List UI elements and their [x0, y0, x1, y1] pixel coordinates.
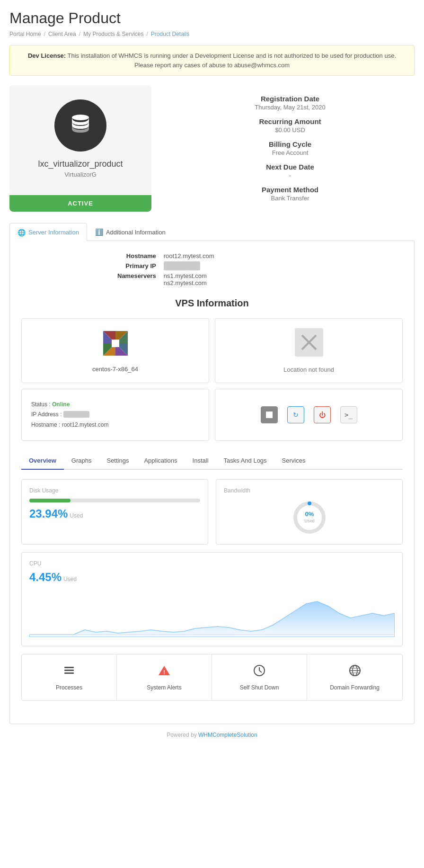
disk-used-label: Used [70, 512, 83, 519]
svg-rect-19 [64, 670, 74, 671]
sub-tab-overview[interactable]: Overview [21, 452, 64, 470]
registration-row: Registration Date Thursday, May 21st, 20… [166, 95, 415, 111]
product-icon-area: lxc_virtualizor_product VirtualizorG [9, 85, 151, 188]
product-subtitle: VirtualizorG [19, 171, 142, 178]
vps-controls-card[interactable]: ↻ ⏻ >_ [215, 389, 403, 441]
svg-point-13 [295, 503, 324, 532]
registration-label: Registration Date [166, 95, 415, 103]
globe-tab-icon: 🌐 [18, 229, 26, 236]
cpu-percent: 4.45% [29, 571, 62, 583]
usage-row: Disk Usage 23.94% Used Bandwidth 0% [21, 479, 403, 545]
svg-text:0%: 0% [305, 510, 314, 518]
power-button[interactable]: ⏻ [314, 406, 331, 423]
tab-additional-information[interactable]: ℹ️ Additional Information [87, 223, 174, 241]
vps-status-card: Status : Online IP Address : ████ Hostna… [21, 389, 209, 441]
svg-point-0 [72, 115, 89, 120]
domain-forwarding-label: Domain Forwarding [330, 684, 380, 691]
status-line: Status : Online [31, 400, 70, 410]
registration-value: Thursday, May 21st, 2020 [166, 104, 415, 111]
system-alerts-action[interactable]: ! System Alerts [117, 654, 212, 700]
nameservers-label: Nameservers [117, 272, 156, 286]
restart-button[interactable]: ↻ [287, 406, 304, 423]
tab-server-information[interactable]: 🌐 Server Information [9, 223, 87, 241]
due-value: - [166, 172, 415, 179]
server-info-grid: Hostname root12.mytest.com Primary IP ██… [117, 252, 307, 286]
cpu-chart [29, 590, 395, 637]
database-icon [69, 112, 92, 140]
sub-tab-tasks-logs[interactable]: Tasks And Logs [216, 452, 274, 470]
globe-action-icon [348, 664, 362, 680]
recurring-label: Recurring Amount [166, 117, 415, 125]
cpu-chart-container [29, 590, 395, 638]
svg-rect-18 [64, 672, 74, 674]
disk-percent-row: 23.94% Used [29, 507, 200, 520]
bottom-actions: Processes ! System Alerts [21, 654, 403, 701]
breadcrumb-client-area[interactable]: Client Area [48, 31, 76, 37]
product-section: lxc_virtualizor_product VirtualizorG ACT… [9, 85, 415, 212]
status-online-value: Online [52, 401, 70, 408]
disk-usage-card: Disk Usage 23.94% Used [21, 479, 208, 545]
hostname-value: root12.mytest.com [164, 252, 307, 260]
warning-message: This installation of WHMCS is running un… [68, 52, 396, 69]
product-icon-circle [54, 99, 106, 152]
sub-tab-applications[interactable]: Applications [136, 452, 185, 470]
breadcrumb-product-details: Product Details [151, 31, 189, 37]
due-label: Next Due Date [166, 163, 415, 171]
hostname-line: Hostname : root12.mytest.com [31, 420, 108, 430]
breadcrumb-my-products[interactable]: My Products & Services [83, 31, 143, 37]
cpu-label: CPU [29, 560, 395, 567]
processes-label: Processes [56, 684, 82, 691]
processes-action[interactable]: Processes [22, 654, 117, 700]
breadcrumb: Portal Home / Client Area / My Products … [9, 31, 415, 37]
primary-ip-value: ████ [164, 262, 307, 269]
breadcrumb-portal-home[interactable]: Portal Home [9, 31, 41, 37]
product-name: lxc_virtualizor_product [19, 159, 142, 169]
svg-text:Used: Used [304, 519, 314, 523]
sub-tab-graphs[interactable]: Graphs [64, 452, 99, 470]
stop-button[interactable] [261, 406, 278, 423]
terminal-icon: >_ [344, 411, 353, 419]
bandwidth-label: Bandwidth [224, 487, 395, 494]
vps-top-grid: centos-7-x86_64 Location not found [21, 318, 403, 383]
svg-line-25 [259, 671, 262, 672]
clock-icon [253, 664, 266, 680]
billing-row: Billing Cycle Free Account [166, 140, 415, 156]
ip-blurred: ████ [63, 411, 89, 418]
due-row: Next Due Date - [166, 163, 415, 179]
disk-label: Disk Usage [29, 487, 200, 494]
payment-row: Payment Method Bank Transfer [166, 186, 415, 202]
os-name: centos-7-x86_64 [92, 366, 138, 373]
sub-tab-install[interactable]: Install [185, 452, 216, 470]
info-tab-icon: ℹ️ [95, 228, 103, 236]
tab-server-info-label: Server Information [28, 229, 79, 236]
recurring-value: $0.00 USD [166, 126, 415, 134]
bandwidth-card: Bandwidth 0% Used [216, 479, 403, 545]
primary-ip-label: Primary IP [117, 262, 156, 269]
domain-forwarding-action[interactable]: Domain Forwarding [307, 654, 402, 700]
product-info: Registration Date Thursday, May 21st, 20… [166, 85, 415, 208]
billing-label: Billing Cycle [166, 140, 415, 148]
vps-bottom-grid: Status : Online IP Address : ████ Hostna… [21, 389, 403, 441]
location-text: Location not found [283, 366, 334, 373]
product-card: lxc_virtualizor_product VirtualizorG ACT… [9, 85, 151, 212]
donut-container: 0% Used [224, 499, 395, 537]
payment-label: Payment Method [166, 186, 415, 194]
self-shut-down-action[interactable]: Self Shut Down [212, 654, 307, 700]
sub-tab-settings[interactable]: Settings [99, 452, 136, 470]
bandwidth-donut: 0% Used [291, 499, 328, 537]
terminal-button[interactable]: >_ [340, 406, 357, 423]
svg-text:!: ! [163, 669, 165, 676]
payment-value: Bank Transfer [166, 195, 415, 202]
warning-banner: Dev License: This installation of WHMCS … [9, 45, 415, 76]
cpu-card: CPU 4.45% Used [21, 552, 403, 646]
product-status-bar: ACTIVE [9, 195, 151, 212]
svg-rect-20 [64, 667, 74, 668]
sub-tab-services[interactable]: Services [274, 452, 313, 470]
disk-bar-fill [29, 499, 71, 502]
footer-link[interactable]: WHMCompleteSolution [198, 732, 257, 738]
server-info-panel: Hostname root12.mytest.com Primary IP ██… [9, 241, 415, 724]
billing-value: Free Account [166, 149, 415, 156]
disk-percent: 23.94% [29, 507, 68, 520]
stop-icon [266, 412, 273, 418]
recurring-row: Recurring Amount $0.00 USD [166, 117, 415, 134]
